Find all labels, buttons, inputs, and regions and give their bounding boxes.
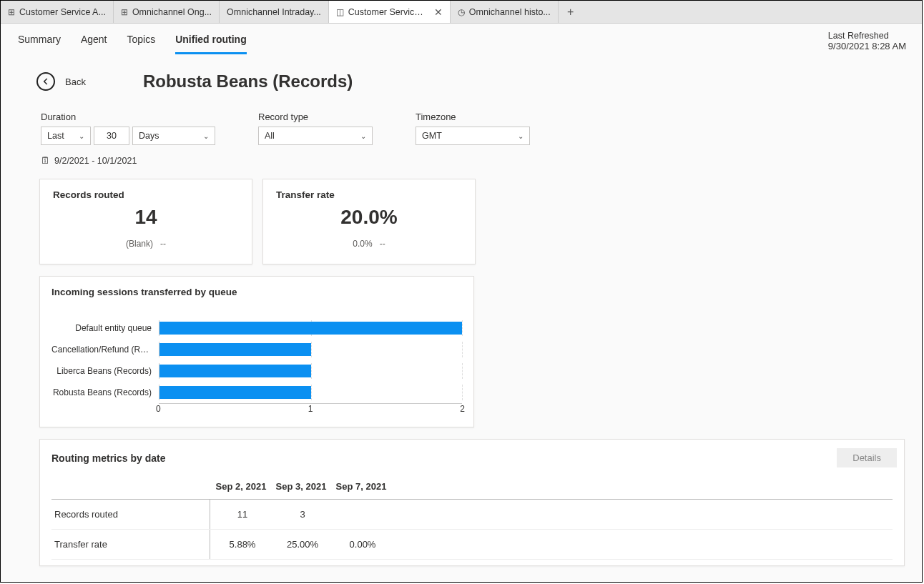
bar-label: Liberca Beans (Records) <box>51 366 159 376</box>
bar <box>159 386 311 399</box>
grid-icon: ⊞ <box>8 7 15 17</box>
x-axis: 012 <box>159 403 462 414</box>
table-row: Records routed113 <box>51 500 893 530</box>
date-range-value: 9/2/2021 - 10/1/2021 <box>54 156 137 166</box>
bar-chart: Default entity queueCancellation/Refund … <box>51 317 462 403</box>
record-type-select[interactable]: All⌄ <box>258 127 373 145</box>
bar <box>159 343 311 356</box>
back-button[interactable]: Back <box>36 72 86 91</box>
back-arrow-icon <box>36 72 55 91</box>
chart-icon: ◫ <box>336 7 344 17</box>
table-cell: 3 <box>275 509 330 520</box>
record-type-label: Record type <box>258 112 373 122</box>
bar-row: Liberca Beans (Records) <box>51 360 462 382</box>
kpi-title: Records routed <box>53 189 239 200</box>
kpi-value: 20.0% <box>276 206 462 229</box>
bar-label: Default entity queue <box>51 323 159 333</box>
bar-row: Robusta Beans (Records) <box>51 382 462 403</box>
table-body: Records routed113Transfer rate5.88%25.00… <box>51 499 893 560</box>
tab-cs-analytics[interactable]: ⊞Customer Service A... <box>1 1 114 23</box>
tab-label: Omnichannel histo... <box>469 7 551 17</box>
row-label: Records routed <box>51 500 210 529</box>
tab-omni-intraday[interactable]: Omnichannel Intraday... <box>220 1 329 23</box>
window-tabstrip: ⊞Customer Service A... ⊞Omnichannel Ong.… <box>1 1 922 24</box>
tab-omni-ongoing[interactable]: ⊞Omnichannel Ong... <box>114 1 220 23</box>
chevron-down-icon: ⌄ <box>79 132 84 140</box>
bar-row: Cancellation/Refund (Rec... <box>51 339 462 360</box>
chevron-down-icon: ⌄ <box>360 132 366 140</box>
kpi-records-routed: Records routed 14 (Blank) -- <box>39 179 252 264</box>
close-icon[interactable]: ✕ <box>434 6 443 18</box>
tab-omni-historical[interactable]: ◷Omnichannel histo... <box>451 1 559 23</box>
subnav-topics[interactable]: Topics <box>127 34 156 54</box>
table-header: Sep 2, 2021Sep 3, 2021Sep 7, 2021 <box>51 481 893 492</box>
page-title: Robusta Beans (Records) <box>143 71 353 91</box>
report-subnav: Summary Agent Topics Unified routing <box>1 24 922 54</box>
date-header: Sep 3, 2021 <box>273 481 329 492</box>
tab-label: Customer Service A... <box>19 7 106 17</box>
bar-label: Robusta Beans (Records) <box>51 387 159 397</box>
tab-cs-historical[interactable]: ◫Customer Service historic...✕ <box>329 1 451 23</box>
timezone-select[interactable]: GMT⌄ <box>416 127 530 145</box>
routing-metrics-card: Routing metrics by date Details Sep 2, 2… <box>39 439 905 566</box>
last-refreshed-label: Last Refreshed <box>828 31 906 41</box>
kpi-value: 14 <box>53 206 239 229</box>
select-value: All <box>265 131 275 141</box>
kpi-title: Transfer rate <box>276 189 462 200</box>
select-value: Days <box>139 131 159 141</box>
calendar-icon: 🗓 <box>41 155 50 166</box>
bar <box>159 322 462 335</box>
select-value: GMT <box>422 131 442 141</box>
bar-label: Cancellation/Refund (Rec... <box>51 345 159 355</box>
chevron-down-icon: ⌄ <box>203 132 209 140</box>
duration-unit-select[interactable]: Days⌄ <box>132 127 215 145</box>
last-refreshed: Last Refreshed 9/30/2021 8:28 AM <box>828 31 906 51</box>
bar-track <box>159 385 462 400</box>
duration-label: Duration <box>41 112 215 122</box>
kpi-transfer-rate: Transfer rate 20.0% 0.0% -- <box>262 179 476 264</box>
routing-table: Sep 2, 2021Sep 3, 2021Sep 7, 2021 Record… <box>51 481 893 560</box>
select-value: Last <box>47 131 64 141</box>
new-tab-button[interactable]: + <box>559 1 583 23</box>
tab-label: Omnichannel Intraday... <box>227 7 321 17</box>
chevron-down-icon: ⌄ <box>518 132 524 140</box>
back-label: Back <box>65 76 86 87</box>
subnav-unified-routing[interactable]: Unified routing <box>175 34 247 54</box>
bar-track <box>159 363 462 379</box>
table-cell: 5.88% <box>215 539 270 550</box>
duration-count-input[interactable]: 30 <box>94 127 129 145</box>
table-cell: 11 <box>215 509 270 520</box>
date-header: Sep 7, 2021 <box>333 481 389 492</box>
duration-mode-select[interactable]: Last⌄ <box>41 127 91 145</box>
routing-title: Routing metrics by date <box>51 452 893 464</box>
input-value: 30 <box>107 131 117 141</box>
table-row: Transfer rate5.88%25.00%0.00% <box>51 530 893 560</box>
kpi-subtext: 0.0% -- <box>276 239 462 249</box>
filter-bar: Duration Last⌄ 30 Days⌄ 🗓9/2/2021 - 10/1… <box>41 112 922 166</box>
kpi-subtext: (Blank) -- <box>53 239 239 249</box>
tab-label: Customer Service historic... <box>348 7 427 17</box>
tab-label: Omnichannel Ong... <box>132 7 212 17</box>
clock-icon: ◷ <box>458 7 465 17</box>
details-button[interactable]: Details <box>837 448 897 467</box>
bar-track <box>159 320 462 336</box>
date-header: Sep 2, 2021 <box>213 481 269 492</box>
chart-title: Incoming sessions transferred by queue <box>51 287 462 297</box>
table-cell: 25.00% <box>275 539 330 550</box>
date-range: 🗓9/2/2021 - 10/1/2021 <box>41 155 215 166</box>
bar-row: Default entity queue <box>51 317 462 339</box>
bar <box>159 365 311 377</box>
table-cell: 0.00% <box>335 539 390 550</box>
subnav-summary[interactable]: Summary <box>18 34 61 54</box>
row-label: Transfer rate <box>51 530 210 559</box>
timezone-label: Timezone <box>416 112 530 122</box>
chart-card: Incoming sessions transferred by queue D… <box>39 276 474 427</box>
subnav-agent[interactable]: Agent <box>81 34 107 54</box>
last-refreshed-value: 9/30/2021 8:28 AM <box>828 41 906 51</box>
grid-icon: ⊞ <box>121 7 128 17</box>
bar-track <box>159 342 462 357</box>
